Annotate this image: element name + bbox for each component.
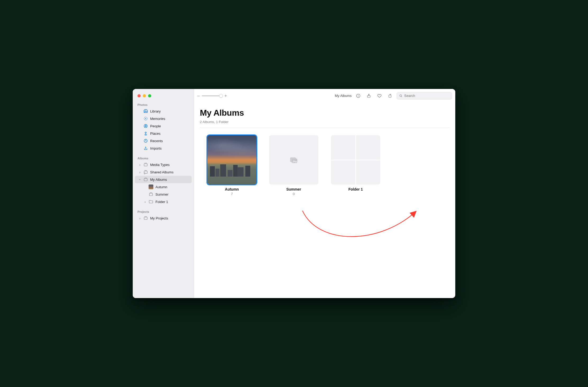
sidebar-item-autumn[interactable]: › Autumn <box>135 183 192 191</box>
chevron-right-icon[interactable]: › <box>144 200 146 204</box>
sidebar-item-label: Imports <box>150 146 162 150</box>
svg-point-16 <box>358 95 359 95</box>
sidebar-item-label: My Projects <box>150 216 168 220</box>
sidebar-item-shared-albums[interactable]: › Shared Albums <box>135 168 192 176</box>
page-title: My Albums <box>200 108 449 118</box>
album-thumbnail-icon <box>149 184 153 189</box>
share-button[interactable] <box>365 92 373 99</box>
album-card-summer[interactable]: Summer 0 <box>269 135 318 196</box>
album-title: Autumn <box>225 187 239 191</box>
sidebar-item-places[interactable]: › Places <box>135 130 192 137</box>
sidebar-item-label: People <box>150 124 161 128</box>
folder-icon <box>149 199 153 204</box>
search-icon <box>399 94 403 98</box>
window-minimize-button[interactable] <box>143 94 146 97</box>
content: My Albums 2 Albums, 1 Folder Autumn 7 <box>194 103 455 196</box>
sidebar-item-media-types[interactable]: › Media Types <box>135 161 192 168</box>
sidebar-group-label-projects: Projects <box>133 209 194 214</box>
album-icon <box>143 216 148 220</box>
svg-point-19 <box>400 94 402 96</box>
svg-point-5 <box>145 132 146 133</box>
sidebar-item-imports[interactable]: › Imports <box>135 145 192 152</box>
shared-album-icon <box>143 170 148 174</box>
album-count: 7 <box>231 192 233 196</box>
sidebar-item-label: Media Types <box>150 163 169 167</box>
sidebar-item-library[interactable]: › Library <box>135 107 192 115</box>
sidebar-item-label: Places <box>150 132 160 136</box>
folder-card-folder-1[interactable]: Folder 1 <box>331 135 380 196</box>
svg-point-11 <box>145 173 145 174</box>
toolbar: – + My Albums <box>194 89 455 103</box>
empty-photos-icon <box>289 155 298 164</box>
people-icon <box>143 124 148 128</box>
sidebar-item-label: Memories <box>150 117 165 121</box>
photos-app-window: Photos › Library › Memories › People › <box>133 89 455 298</box>
chevron-right-icon[interactable]: › <box>139 170 141 174</box>
album-thumbnail-image <box>207 135 256 184</box>
chevron-right-icon[interactable]: › <box>139 216 141 220</box>
sidebar-item-label: Recents <box>150 139 163 143</box>
album-cover[interactable] <box>269 135 318 184</box>
zoom-slider[interactable] <box>202 95 222 96</box>
sidebar-item-label: Autumn <box>155 185 167 189</box>
sidebar-item-label: Folder 1 <box>155 200 168 204</box>
rotate-button[interactable] <box>386 92 394 99</box>
sidebar-item-people[interactable]: › People <box>135 122 192 130</box>
sidebar-item-recents[interactable]: › Recents <box>135 137 192 145</box>
sidebar-item-my-albums[interactable]: › My Albums <box>135 176 192 183</box>
chevron-right-icon[interactable]: › <box>139 163 141 167</box>
album-grid: Autumn 7 Summer 0 <box>200 128 449 196</box>
folder-title: Folder 1 <box>348 187 363 191</box>
window-zoom-button[interactable] <box>148 94 151 97</box>
memories-icon <box>143 116 148 121</box>
page-subtitle: 2 Albums, 1 Folder <box>200 120 449 124</box>
window-controls <box>133 92 194 102</box>
svg-point-3 <box>144 124 148 128</box>
favorite-button[interactable] <box>375 92 383 99</box>
annotation-arrow <box>273 192 432 250</box>
sidebar-item-folder-1[interactable]: › Folder 1 <box>135 198 192 205</box>
zoom-in-button[interactable]: + <box>224 93 227 98</box>
svg-rect-13 <box>149 193 153 196</box>
search-field[interactable] <box>397 92 452 100</box>
sidebar-item-memories[interactable]: › Memories <box>135 115 192 122</box>
sidebar-item-label: My Albums <box>150 178 167 182</box>
svg-point-4 <box>145 125 146 126</box>
sidebar-group-label-photos: Photos <box>133 102 194 107</box>
window-close-button[interactable] <box>137 94 141 97</box>
imports-icon <box>143 146 148 151</box>
album-icon <box>143 162 148 167</box>
info-button[interactable] <box>354 92 362 99</box>
svg-point-6 <box>145 134 147 135</box>
places-icon <box>143 131 148 136</box>
sidebar-item-my-projects[interactable]: › My Projects <box>135 214 192 222</box>
toolbar-title: My Albums <box>335 94 352 98</box>
zoom-out-button[interactable]: – <box>197 93 200 98</box>
svg-rect-18 <box>389 95 391 97</box>
svg-rect-14 <box>144 217 147 219</box>
sidebar-item-label: Library <box>150 109 161 113</box>
svg-point-22 <box>293 160 294 161</box>
album-card-autumn[interactable]: Autumn 7 <box>207 135 256 196</box>
sidebar-item-label: Shared Albums <box>150 170 173 174</box>
album-count: 0 <box>293 192 295 196</box>
folder-cover[interactable] <box>331 135 380 184</box>
album-icon <box>143 177 148 182</box>
main-area: – + My Albums My Album <box>194 89 455 298</box>
svg-rect-8 <box>144 164 147 166</box>
zoom-control[interactable]: – + <box>197 93 227 98</box>
sidebar-group-label-albums: Albums <box>133 155 194 161</box>
sidebar-item-summer[interactable]: › Summer <box>135 191 192 198</box>
svg-rect-12 <box>144 178 147 181</box>
library-icon <box>143 109 148 114</box>
album-icon <box>149 192 153 197</box>
album-cover[interactable] <box>207 135 256 184</box>
sidebar-item-label: Summer <box>155 192 168 196</box>
album-title: Summer <box>286 187 301 191</box>
chevron-down-icon[interactable]: › <box>138 178 142 181</box>
recents-icon <box>143 138 148 143</box>
sidebar: Photos › Library › Memories › People › <box>133 89 194 298</box>
search-input[interactable] <box>404 94 450 98</box>
